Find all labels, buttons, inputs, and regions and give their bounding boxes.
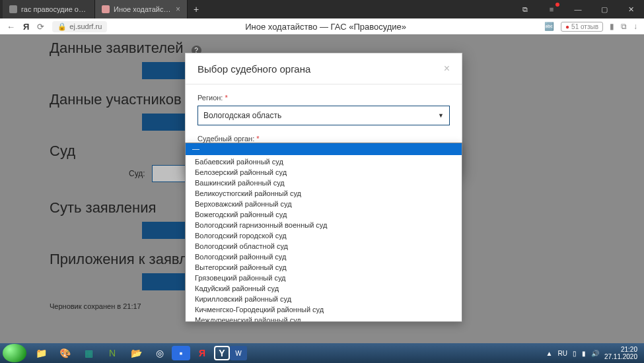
taskbar-app-folder[interactable]: 📂 (124, 344, 148, 362)
extensions-icon[interactable]: ⧉ (621, 22, 627, 31)
tray-volume-icon[interactable]: 🔊 (591, 350, 599, 357)
dropdown-item[interactable]: Вашкинский районный суд (186, 178, 462, 188)
dropdown-item[interactable]: Вожегодский районный суд (186, 209, 462, 220)
split-icon[interactable]: ⧉ (512, 0, 538, 18)
dropdown-item[interactable]: Грязовецкий районный суд (186, 273, 462, 283)
browser-tab-active[interactable]: Иное ходатайство — Г… × (95, 0, 188, 18)
tab-title: Иное ходатайство — Г… (114, 5, 172, 13)
favicon-icon (9, 5, 17, 13)
translate-icon[interactable]: 🔤 (544, 22, 554, 31)
taskbar-app-onenote[interactable]: N (100, 344, 124, 362)
taskbar-app-explorer[interactable]: 📁 (29, 344, 53, 362)
menu-icon[interactable]: ≡ (538, 0, 565, 18)
modal-title: Выбор судебного органа (197, 63, 310, 75)
dropdown-item[interactable]: Кирилловский районный суд (186, 294, 462, 304)
dropdown-item[interactable]: Вологодский районный суд (186, 251, 462, 262)
tray-flag-icon[interactable]: ▯ (573, 350, 577, 357)
lock-icon: 🔒 (57, 22, 67, 31)
taskbar-app-word[interactable]: W (230, 346, 247, 360)
taskbar: 📁 🎨 ▦ N 📂 ◎ ▪ Я Y W ▲ RU ▯ ▮ 🔊 21:20 27.… (0, 343, 644, 363)
dropdown-item[interactable]: Великоустюгский районный суд (186, 188, 462, 199)
taskbar-app-excel[interactable]: ▦ (77, 344, 100, 362)
dropdown-item[interactable]: Вологодский городской суд (186, 230, 462, 241)
window-close-button[interactable]: ✕ (618, 0, 644, 18)
download-icon[interactable]: ↓ (633, 22, 637, 31)
chevron-down-icon: ▼ (438, 112, 444, 119)
taskbar-app-yandex[interactable]: Я (190, 344, 214, 362)
tray-clock[interactable]: 21:20 27.11.2020 (604, 346, 637, 360)
dropdown-item[interactable]: Кичменгско-Городецкий районный суд (186, 304, 462, 315)
modal-close-button[interactable]: × (444, 63, 450, 75)
yandex-button[interactable]: Я (23, 22, 29, 32)
dropdown-item[interactable]: Вологодский областной суд (186, 241, 462, 251)
region-value: Вологодская область (203, 111, 281, 120)
new-tab-button[interactable]: + (188, 0, 205, 18)
dropdown-item[interactable]: Вологодский гарнизонный военный суд (186, 220, 462, 230)
dropdown-selected-item[interactable]: — (186, 143, 462, 155)
browser-tab[interactable]: гас правосудие официал (3, 0, 95, 18)
reload-button[interactable]: ⟳ (37, 22, 44, 32)
page-title: Иное ходатайство — ГАС «Правосудие» (115, 22, 536, 32)
start-button[interactable] (3, 344, 26, 362)
dropdown-item[interactable]: Белозерский районный суд (186, 167, 462, 178)
taskbar-app-yabrowser[interactable]: Y (214, 346, 230, 360)
bookmark-icon[interactable]: ▮ (610, 22, 614, 31)
region-label: Регион: * (197, 94, 450, 102)
court-field-label: Суд: (129, 169, 145, 178)
favicon-icon (102, 5, 110, 13)
dropdown-item[interactable]: Бабаевский районный суд (186, 156, 462, 167)
court-organ-label: Судебный орган: * (197, 135, 450, 143)
dropdown-item[interactable]: Кадуйский районный суд (186, 283, 462, 294)
back-button[interactable]: ← (7, 22, 15, 32)
dropdown-item[interactable]: Вытегорский районный суд (186, 262, 462, 273)
url-text: ej.sudrf.ru (69, 22, 102, 30)
tray-network-icon[interactable]: ▮ (582, 350, 586, 357)
tray-expand-icon[interactable]: ▲ (546, 350, 553, 357)
dropdown-list[interactable]: Бабаевский районный судБелозерский район… (186, 155, 462, 321)
court-organ-dropdown: — Бабаевский районный судБелозерский рай… (185, 143, 462, 322)
close-icon[interactable]: × (176, 5, 180, 14)
taskbar-app-paint[interactable]: 🎨 (53, 344, 77, 362)
tray-lang[interactable]: RU (557, 350, 567, 357)
dropdown-item[interactable]: Междуреченский районный суд (186, 315, 462, 321)
tab-title: гас правосудие официал (21, 5, 88, 13)
region-select[interactable]: Вологодская область ▼ (197, 106, 450, 125)
dropdown-item[interactable]: Верховажский районный суд (186, 199, 462, 209)
window-minimize-button[interactable]: — (565, 0, 591, 18)
window-maximize-button[interactable]: ▢ (591, 0, 618, 18)
reviews-badge[interactable]: ●51 отзыв (561, 22, 603, 32)
taskbar-app-chrome[interactable]: ◎ (148, 344, 172, 362)
address-bar[interactable]: 🔒 ej.sudrf.ru (52, 21, 107, 32)
taskbar-app-zoom[interactable]: ▪ (172, 346, 190, 360)
